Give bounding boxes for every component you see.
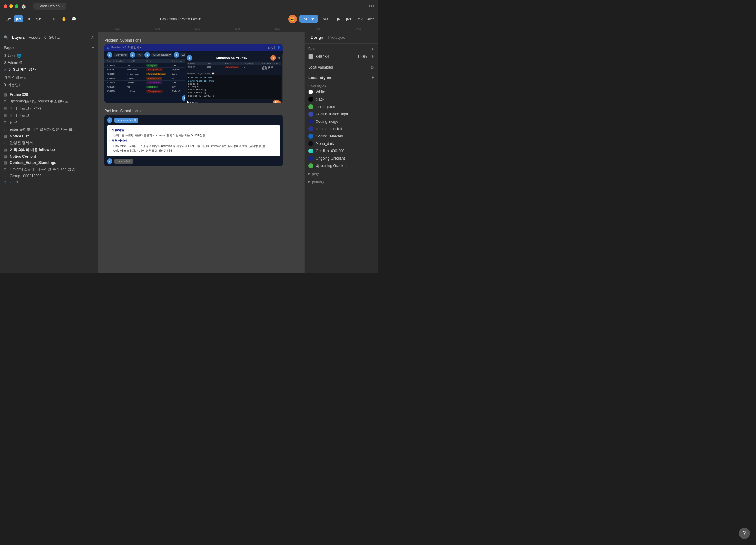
- only-mine-toggle[interactable]: Only mine: [114, 53, 128, 57]
- minimize-button[interactable]: [9, 4, 13, 8]
- group-icon: ⊞: [4, 174, 8, 178]
- style-item-coding-indigo-light[interactable]: Coding_indigo_light: [305, 110, 378, 118]
- component-tool[interactable]: ⊕: [51, 15, 58, 22]
- grey-section[interactable]: ▶ grey: [305, 169, 378, 177]
- prototype-tab[interactable]: Prototype: [325, 32, 348, 43]
- presentation-button[interactable]: □▶: [333, 15, 342, 22]
- layer-completed-spec[interactable]: T 완성된 명세서: [0, 139, 98, 146]
- ongoing-gradient-dot: [308, 156, 313, 161]
- ruler-marks: 5750 6000 6250 6500 6750 7000 7250: [98, 27, 378, 30]
- add-style-button[interactable]: +: [372, 75, 374, 80]
- home-icon[interactable]: 🏠: [21, 4, 26, 9]
- style-item-main-green[interactable]: main_green: [305, 103, 378, 110]
- search-box[interactable]: 🔍: [136, 53, 143, 57]
- search-icon[interactable]: 🔍: [4, 35, 8, 40]
- layer-editor-logo-32[interactable]: ▤ 에디터 로고 (32px): [0, 105, 98, 112]
- layer-label: 기획 회의의 내용 follow up: [10, 147, 55, 152]
- style-item-upcoming-gradient[interactable]: Upcoming Gradient: [305, 162, 378, 169]
- modal-close-button[interactable]: ✕: [277, 56, 281, 60]
- text-icon: T: [4, 121, 8, 124]
- page-hex-value[interactable]: B4B4B4: [316, 54, 329, 59]
- play-button[interactable]: ▶▾: [345, 15, 353, 22]
- layer-group[interactable]: ⊞ Group 1000012098: [0, 173, 98, 179]
- design-tabs: Design Prototype: [305, 32, 378, 44]
- layer-enter-text[interactable]: T enter 눌러도 버튼 클릭과 같은 기능 될 ...: [0, 126, 98, 133]
- zoom-level[interactable]: 36%: [367, 17, 374, 21]
- add-page-button[interactable]: +: [92, 45, 94, 50]
- page-header: Page 👁: [308, 47, 374, 52]
- adjust-icon[interactable]: ⚙: [370, 65, 374, 70]
- annotation-1: 1: [107, 52, 112, 57]
- text-tool[interactable]: T: [44, 15, 50, 22]
- page-item-user[interactable]: 0. User 🌐: [0, 52, 98, 59]
- layer-upcoming-text[interactable]: T upcoming일때만 regiser 취소한다고 ...: [0, 98, 98, 105]
- frame-problem-submissions-1: Problem_Submissions ⊞ Problem > 기저관 검사 ▾…: [104, 38, 298, 103]
- hand-tool[interactable]: ✋: [60, 15, 68, 22]
- frame-tool[interactable]: □▾: [24, 15, 33, 22]
- eye-icon[interactable]: 👁: [371, 54, 374, 59]
- ruler-mark: 6250: [178, 27, 218, 30]
- style-item-coding-selected-upper[interactable]: Coding_selected: [305, 132, 378, 140]
- layer-label: Frame 320: [10, 93, 28, 97]
- page-label: 0. GUI 제작 공간: [9, 67, 36, 72]
- layer-meeting-followup[interactable]: ▤ 기획 회의의 내용 follow up: [0, 146, 98, 153]
- maximize-button[interactable]: [15, 4, 18, 8]
- style-item-white[interactable]: White: [305, 88, 378, 96]
- more-options-icon[interactable]: •••: [368, 3, 374, 10]
- comment-tool[interactable]: 💬: [69, 15, 78, 22]
- layer-card[interactable]: ◇ Card: [0, 179, 98, 185]
- submission-modal: 6 Submission #19715 8 ✕ Problem User Res…: [185, 53, 283, 103]
- style-item-ongoing-gradient[interactable]: Ongoing Grediant: [305, 155, 378, 162]
- desc-point: · Only Mine 스위치가 Off인 경우 해당 필터링 해제: [112, 149, 278, 153]
- color-styles-label: Color styles: [308, 84, 326, 88]
- share-button[interactable]: Share: [299, 15, 319, 23]
- page-opacity[interactable]: 100%: [357, 54, 367, 59]
- layer-label: Contest_Editor_Standings: [10, 160, 56, 165]
- page-visibility-icon[interactable]: 👁: [371, 47, 374, 52]
- code-view-button[interactable]: </>: [321, 15, 330, 22]
- language-filter[interactable]: All Languages ▾: [151, 53, 172, 57]
- cell-user: postJunee: [127, 90, 145, 93]
- page-color-swatch[interactable]: [308, 54, 313, 59]
- style-item-black[interactable]: black: [305, 96, 378, 103]
- page-section: Page 👁 B4B4B4 100% 👁: [305, 44, 378, 62]
- canvas[interactable]: Problem_Submissions ⊞ Problem > 기저관 검사 ▾…: [98, 32, 304, 272]
- gui-tab[interactable]: 0. GUI ...: [44, 35, 60, 40]
- layer-hover-text[interactable]: T Hover되었을때: 테두리만 추가 Tag 참견...: [0, 166, 98, 173]
- style-name-menu-dark: Menu_dark: [316, 141, 334, 146]
- style-item-coding-indigo[interactable]: Coding indigo: [305, 118, 378, 125]
- tab-close-icon[interactable]: ×: [61, 5, 63, 8]
- style-item-coding-selected-lower[interactable]: coding_selected: [305, 125, 378, 132]
- primary-section[interactable]: ▶ primary: [305, 177, 378, 185]
- layer-notice-list[interactable]: ▤ Notice List: [0, 133, 98, 139]
- close-button[interactable]: [4, 4, 7, 8]
- design-tab[interactable]: Design: [308, 32, 325, 43]
- add-tab-button[interactable]: +: [69, 3, 73, 10]
- style-item-gradient-400[interactable]: Gradient 400-200: [305, 147, 378, 155]
- select-tool[interactable]: ▶▾: [14, 15, 23, 22]
- layers-tab[interactable]: Layers: [12, 35, 25, 40]
- description-box-1: · 기능/역할 · 스위치를 누르면 사용자 본인의 submission만 필…: [107, 125, 280, 156]
- panel-collapse-icon[interactable]: ∧: [91, 34, 94, 40]
- layer-notice-content[interactable]: ▤ Notice Content: [0, 153, 98, 160]
- page-item-planning[interactable]: 기획 작업공간: [0, 73, 98, 81]
- shape-tool[interactable]: ◇▾: [34, 15, 43, 22]
- layer-label: 에디터 로고: [10, 113, 29, 118]
- layer-frame-320[interactable]: ▤ Frame 320: [0, 92, 98, 98]
- layer-namun[interactable]: T 남은: [0, 119, 98, 126]
- layer-editor-logo[interactable]: ▤ 에디터 로고: [0, 112, 98, 119]
- layer-contest-editor[interactable]: ▤ Contest_Editor_Standings: [0, 160, 98, 166]
- page-item-admin[interactable]: 0. Admin ⚙: [0, 59, 98, 66]
- local-variables-section[interactable]: Local variables ⚙: [305, 62, 378, 72]
- style-name-ongoing-gradient: Ongoing Grediant: [316, 156, 345, 160]
- active-tab[interactable]: ▪ Web Design ×: [33, 3, 66, 10]
- chevron-right-icon: ▶: [308, 180, 311, 183]
- assets-tab[interactable]: Assets: [29, 35, 41, 40]
- style-name-gradient-400: Gradient 400-200: [316, 149, 344, 153]
- accessibility-button[interactable]: A?: [356, 15, 364, 22]
- move-tool[interactable]: ⊞▾: [4, 15, 13, 22]
- page-item-gui[interactable]: ✓ 0. GUI 제작 공간: [0, 66, 98, 73]
- page-item-features[interactable]: 0. 기능명세: [0, 81, 98, 89]
- style-item-menu-dark[interactable]: Menu_dark: [305, 140, 378, 147]
- cell-user: dckopa: [127, 77, 145, 80]
